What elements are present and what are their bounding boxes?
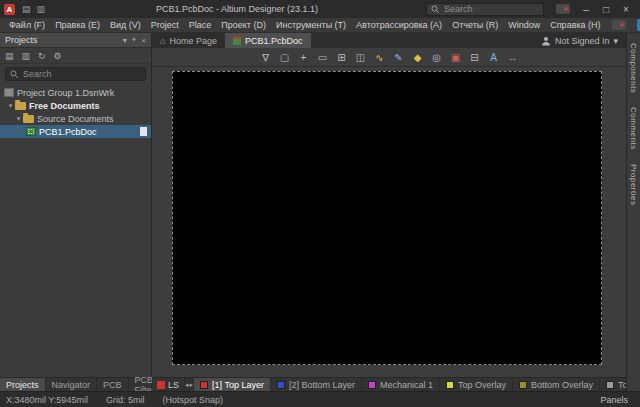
area-select-icon[interactable]: ▭: [315, 50, 330, 65]
layer-tab-bottom-layer[interactable]: [2] Bottom Layer: [271, 378, 362, 391]
layer-color-swatch: [446, 381, 454, 389]
window-title: PCB1.PcbDoc - Altium Designer (23.1.1): [48, 4, 426, 14]
snap-mode: (Hotspot Snap): [162, 395, 223, 405]
grid-icon[interactable]: ⊟: [467, 50, 482, 65]
menu-project-en[interactable]: Project: [146, 20, 184, 30]
tab-comments[interactable]: Comments: [629, 107, 638, 150]
main-content: Projects ▾ ⌖ × ▤ ▥ ↻ ⚙ Search Project Gr…: [0, 33, 640, 391]
pencil-icon[interactable]: ✎: [391, 50, 406, 65]
buy-online-button[interactable]: Buy Online Now: [637, 19, 640, 31]
tab-home-page[interactable]: ⌂ Home Page: [152, 33, 225, 48]
move-icon[interactable]: +: [296, 50, 311, 65]
projects-search-input[interactable]: Search: [5, 67, 146, 81]
projects-search-placeholder: Search: [23, 69, 52, 79]
tab-pcb1-pcbdoc[interactable]: PCB1.PcbDoc: [225, 33, 311, 48]
projects-panel: Projects ▾ ⌖ × ▤ ▥ ↻ ⚙ Search Project Gr…: [0, 33, 152, 391]
string-icon[interactable]: A: [486, 50, 501, 65]
layer-tab-top-paste[interactable]: Top Paste: [600, 378, 626, 391]
snapshot-icon[interactable]: [556, 4, 570, 14]
layer-color-swatch: [368, 381, 376, 389]
layer-sets-label: LS: [168, 380, 179, 390]
menu-help[interactable]: Справка (H): [545, 20, 605, 30]
menu-view[interactable]: Вид (V): [105, 20, 146, 30]
panel-close-icon[interactable]: ×: [141, 36, 146, 45]
tab-navigator[interactable]: Navigator: [46, 378, 98, 391]
menu-place[interactable]: Place: [184, 20, 217, 30]
array-icon[interactable]: ⊞: [334, 50, 349, 65]
chevron-down-icon: ▾: [613, 36, 618, 46]
pcb-canvas[interactable]: [172, 71, 602, 365]
status-bar: X:3480mil Y:5945mil Grid: 5mil (Hotspot …: [0, 391, 640, 407]
menu-window[interactable]: Window: [503, 20, 545, 30]
panels-button[interactable]: Panels: [594, 395, 634, 405]
workspace-icon: [4, 88, 14, 97]
grid-setting: Grid: 5mil: [106, 395, 145, 405]
layer-color-swatch: [200, 381, 208, 389]
projects-panel-toolbar: ▤ ▥ ↻ ⚙: [0, 48, 151, 64]
tree-item-free-documents[interactable]: ▾ Free Documents: [0, 99, 151, 112]
tree-item-label: Project Group 1.DsnWrk: [17, 88, 114, 98]
via-icon[interactable]: ◎: [429, 50, 444, 65]
layer-tab-label: Mechanical 1: [380, 380, 433, 390]
panel-menu-icon[interactable]: ▾: [123, 36, 127, 45]
filter-icon[interactable]: ∇: [258, 50, 273, 65]
layer-tab-top-overlay[interactable]: Top Overlay: [440, 378, 513, 391]
open-document-icon[interactable]: ▥: [37, 4, 46, 14]
tree-item-source-documents[interactable]: ▾ Source Documents: [0, 112, 151, 125]
tree-item-label: PCB1.PcbDoc: [39, 127, 97, 137]
tree-item-pcb1-pcbdoc[interactable]: PCB1.PcbDoc: [0, 125, 151, 138]
menu-edit[interactable]: Правка (E): [50, 20, 105, 30]
key-icon[interactable]: ◆: [410, 50, 425, 65]
documents-icon[interactable]: ▤: [5, 51, 14, 61]
tree-item-project-group[interactable]: Project Group 1.DsnWrk: [0, 86, 151, 99]
measure-icon[interactable]: ↔: [505, 50, 520, 65]
pin-icon[interactable]: ⌖: [132, 35, 137, 45]
folder-icon: [23, 115, 34, 123]
collapse-caret-icon[interactable]: ▾: [6, 102, 15, 110]
menu-design[interactable]: Проект (D): [216, 20, 271, 30]
gear-icon[interactable]: ⚙: [54, 51, 62, 61]
collapse-caret-icon[interactable]: ▾: [14, 115, 23, 123]
global-search-input[interactable]: Search: [426, 3, 544, 16]
folder-open-icon[interactable]: ▥: [22, 51, 31, 61]
layer-tab-mechanical-1[interactable]: Mechanical 1: [362, 378, 440, 391]
tab-label: Home Page: [169, 36, 217, 46]
layer-tab-top-layer[interactable]: [1] Top Layer: [194, 378, 271, 391]
layer-color-swatch: [606, 381, 614, 389]
route-icon[interactable]: ∿: [372, 50, 387, 65]
layer-color-swatch: [277, 381, 285, 389]
layer-sets-button[interactable]: LS: [152, 378, 185, 391]
maximize-button[interactable]: □: [596, 1, 616, 17]
pcb-file-icon: [233, 37, 241, 45]
pcb-canvas-area: [152, 67, 626, 377]
select-icon[interactable]: ▢: [277, 50, 292, 65]
tree-item-label: Free Documents: [29, 101, 100, 111]
document-tab-bar: ⌂ Home Page PCB1.PcbDoc Not Signed In ▾: [152, 33, 626, 48]
pad-icon[interactable]: ▣: [448, 50, 463, 65]
menu-autoroute[interactable]: Автотрассировка (A): [351, 20, 447, 30]
menu-tools[interactable]: Инструменты (T): [271, 20, 351, 30]
tab-projects[interactable]: Projects: [0, 378, 46, 391]
search-placeholder: Search: [444, 4, 473, 14]
menu-file[interactable]: Файл (F): [4, 20, 50, 30]
layer-tab-bottom-overlay[interactable]: Bottom Overlay: [513, 378, 600, 391]
user-icon: [541, 36, 551, 46]
layer-tab-label: Bottom Overlay: [531, 380, 593, 390]
tab-properties[interactable]: Properties: [629, 164, 638, 205]
tab-pcb[interactable]: PCB: [97, 378, 129, 391]
minimize-button[interactable]: –: [576, 1, 596, 17]
new-document-icon[interactable]: ▤: [22, 4, 31, 14]
account-status[interactable]: Not Signed In ▾: [533, 33, 626, 48]
union-icon[interactable]: ◫: [353, 50, 368, 65]
projects-panel-empty-area: [0, 138, 151, 377]
left-panel-tabs: Projects Navigator PCB PCB Filter: [0, 377, 151, 391]
video-icon[interactable]: [612, 20, 626, 30]
layer-tab-label: [1] Top Layer: [212, 380, 264, 390]
menu-reports[interactable]: Отчеты (R): [447, 20, 503, 30]
active-layer-color-swatch: [157, 381, 165, 389]
refresh-icon[interactable]: ↻: [38, 51, 46, 61]
tab-components[interactable]: Components: [629, 43, 638, 93]
close-button[interactable]: ×: [616, 1, 636, 17]
search-icon: [10, 70, 19, 79]
projects-tree: Project Group 1.DsnWrk ▾ Free Documents …: [0, 86, 151, 138]
